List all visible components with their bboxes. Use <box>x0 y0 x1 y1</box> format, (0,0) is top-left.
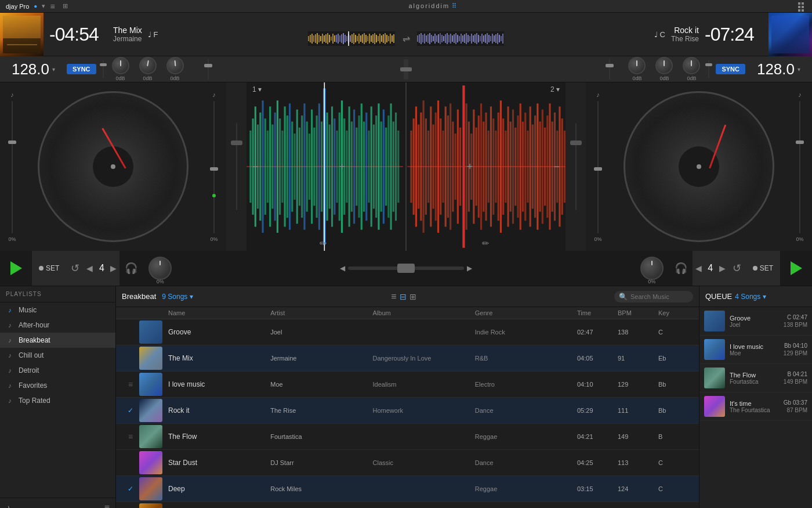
col-time[interactable]: Time <box>577 309 618 316</box>
queue-item-3[interactable]: The Flow Fourtastica B 04:21 149 BPM <box>699 364 812 392</box>
svg-rect-58 <box>429 33 430 44</box>
cue-minus-left[interactable]: − <box>252 161 259 173</box>
col-album[interactable]: Album <box>373 309 475 316</box>
loop-back-left[interactable]: ↺ <box>66 251 84 286</box>
sidebar-item-detroit[interactable]: ♪ Detroit <box>0 363 115 378</box>
eq-low-knob-left[interactable] <box>166 57 184 74</box>
col-key[interactable]: Key <box>658 309 693 316</box>
table-row[interactable]: ≡ The Flow Fourtastica Reggae 04:21 149 … <box>116 424 699 450</box>
headphone-button-right[interactable]: 🎧 <box>669 251 693 286</box>
row-indicator-3: ≡ <box>122 380 139 389</box>
set-button-right[interactable]: SET <box>746 251 780 286</box>
cf-arrow-left[interactable]: ◀ <box>340 264 345 272</box>
queue-meta-4: Gb 03:37 87 BPM <box>784 399 807 414</box>
queue-track-3: The Flow <box>730 372 779 379</box>
loop-arrow-forward-left[interactable]: ▶ <box>107 264 119 273</box>
svg-rect-97 <box>497 33 498 44</box>
sidebar-item-music[interactable]: ♪ Music <box>0 302 115 318</box>
loop-back-right[interactable]: ↺ <box>728 251 746 286</box>
eq-fader-left[interactable] <box>231 140 242 145</box>
crossfader-thumb[interactable] <box>397 264 415 273</box>
list-view-button[interactable]: ⊟ <box>400 292 407 301</box>
lines-footer-icon[interactable]: ≡ <box>104 503 110 508</box>
eq-high-knob-right[interactable] <box>683 57 700 74</box>
note-footer-icon[interactable]: ♪ <box>6 503 10 508</box>
queue-item-1[interactable]: Groove Joel C 02:47 138 BPM <box>699 307 812 336</box>
turntable-left[interactable] <box>38 91 188 242</box>
deck-left-bpm-arrow[interactable]: ▾ <box>52 66 55 73</box>
app-name[interactable]: djay Pro <box>6 3 29 10</box>
svg-rect-202 <box>500 100 502 233</box>
eq-high-knob-left[interactable] <box>112 57 129 74</box>
loop-arrow-back-right[interactable]: ◀ <box>693 264 705 273</box>
queue-item-2[interactable]: I love music Moe Bb 04:10 129 BPM <box>699 336 812 364</box>
table-row[interactable]: ✓ Rock it The Rise Homework Dance 05:29 … <box>116 398 699 424</box>
pitch-slider-left[interactable] <box>8 140 16 144</box>
col-genre[interactable]: Genre <box>475 309 577 316</box>
loop-arrow-back-left[interactable]: ◀ <box>84 264 96 273</box>
check-icon-7: ✓ <box>128 485 133 493</box>
svg-rect-72 <box>454 34 455 43</box>
queue-item-4[interactable]: It's time The Fourtastica Gb 03:37 87 BP… <box>699 392 812 421</box>
loop-arrow-forward-right[interactable]: ▶ <box>716 264 728 273</box>
sidebar-item-after-hour[interactable]: ♪ After-hour <box>0 318 115 333</box>
table-row[interactable]: Star Dust DJ Starr Classic Dance 04:25 1… <box>116 450 699 476</box>
eq-fader-right[interactable] <box>570 140 582 145</box>
apps-grid-icon[interactable] <box>798 2 806 10</box>
cue-knob-right[interactable] <box>640 257 664 280</box>
top-bar-right <box>798 2 806 10</box>
version-dropdown[interactable]: ▾ <box>42 2 45 10</box>
col-bpm[interactable]: BPM <box>618 309 658 316</box>
sidebar-item-chill-out[interactable]: ♪ Chill out <box>0 348 115 363</box>
deck-left-sync-button[interactable]: SYNC <box>67 64 96 74</box>
play-button-right[interactable] <box>780 251 812 286</box>
deck-right-bpm-arrow[interactable]: ▾ <box>798 66 800 73</box>
menu-icon[interactable]: ≡ <box>50 2 55 11</box>
cue-add-left[interactable]: + <box>339 161 346 173</box>
deck-right-sync-button[interactable]: SYNC <box>716 64 745 74</box>
vol-slider-right[interactable] <box>594 167 602 171</box>
svg-rect-154 <box>378 103 379 230</box>
cf-arrow-right[interactable]: ▶ <box>467 264 472 272</box>
track-thumb-8 <box>139 503 162 508</box>
table-row[interactable]: Groove Joel Indie Rock 02:47 138 C <box>116 319 699 345</box>
set-button-left[interactable]: SET <box>32 251 66 286</box>
table-row[interactable]: ✓ Deep Rock Miles Reggae 03:15 124 C <box>116 476 699 502</box>
grid-view-button[interactable]: ⊞ <box>409 292 416 301</box>
search-box[interactable]: 🔍 <box>614 291 693 302</box>
queue-info-3: The Flow Fourtastica <box>730 372 779 385</box>
svg-rect-12 <box>329 35 330 42</box>
eq-mid-knob-left[interactable] <box>139 57 157 74</box>
search-input[interactable] <box>630 293 688 300</box>
sidebar-item-top-rated[interactable]: ♪ Top Rated <box>0 393 115 408</box>
col-artist[interactable]: Artist <box>270 309 372 316</box>
col-name[interactable]: Name <box>168 309 270 316</box>
table-row[interactable]: The Mix Jermaine Dangerously In Love R&B… <box>116 345 699 372</box>
play-button-left[interactable] <box>0 251 32 286</box>
queue-count[interactable]: 4 Songs ▾ <box>735 293 766 301</box>
eq-mid-knob-right[interactable] <box>655 57 673 74</box>
cue-add-right[interactable]: + <box>467 161 473 173</box>
menu-lines-icon[interactable]: ≡ <box>391 291 396 302</box>
vol-slider-left[interactable] <box>210 167 218 171</box>
svg-rect-197 <box>488 131 490 203</box>
pitch-slider-right[interactable] <box>796 140 804 144</box>
svg-rect-92 <box>488 35 490 42</box>
swap-icon[interactable]: ⇌ <box>397 31 415 46</box>
crossfader-track[interactable] <box>348 266 464 270</box>
table-row[interactable]: ≡ I love music Moe Idealism Electro 04:1… <box>116 372 699 398</box>
sidebar-item-favorites[interactable]: ♪ Favorites <box>0 378 115 393</box>
eq-low-knob-right[interactable] <box>628 57 646 74</box>
sidebar-item-breakbeat[interactable]: ♪ Breakbeat <box>0 333 115 348</box>
songs-count[interactable]: 9 Songs ▾ <box>162 293 193 301</box>
queue-info-4: It's time The Fourtastica <box>730 400 779 413</box>
track-name-5: The Flow <box>168 433 270 441</box>
cue-minus-right[interactable]: − <box>553 161 560 173</box>
table-row[interactable]: Unique Stacy Rock 03:51 102 Bb <box>116 502 699 508</box>
cue-knob-left[interactable] <box>148 257 172 280</box>
svg-rect-94 <box>492 34 493 44</box>
turntable-right[interactable] <box>624 91 774 242</box>
track-artist-2: Jermaine <box>270 355 372 362</box>
grid-layout-icon[interactable]: ⊞ <box>63 2 68 10</box>
headphone-button-left[interactable]: 🎧 <box>119 251 143 286</box>
